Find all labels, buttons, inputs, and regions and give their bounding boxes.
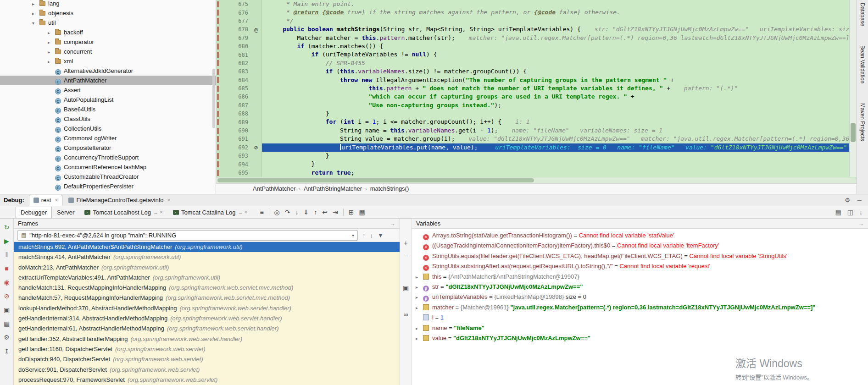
editor-line-682[interactable]: 682// SPR-8455 [216, 59, 849, 67]
editor-line-683[interactable]: 683if (this.variableNames.size() != matc… [216, 67, 849, 76]
line-number[interactable]: 687 [219, 102, 250, 109]
expand-chevron-icon[interactable]: ▸ [416, 282, 423, 292]
line-number[interactable]: 678 [219, 26, 250, 33]
tree-item-customizablethreadcreator[interactable]: CCustomizableThreadCreator [0, 172, 216, 182]
frame-row[interactable]: matchStrings:414, AntPathMatcher(org.spr… [14, 252, 400, 262]
code-editor[interactable]: 675* Main entry point.676* @return {@cod… [216, 0, 849, 177]
watch-row[interactable]: ×StringUtils.substringAfterLast(request.… [412, 261, 868, 271]
run-to-cursor-icon[interactable]: ⇥ [333, 209, 338, 216]
toolbar-tab-tomcat-catalina-log[interactable]: >_Tomcat Catalina Log→× [168, 207, 253, 218]
breadcrumb-item[interactable]: AntPathMatcher [253, 185, 295, 192]
expand-chevron-icon[interactable]: ▸ [416, 303, 423, 313]
chevron-right-icon[interactable]: ▸ [48, 28, 55, 38]
tree-item-xml[interactable]: ▸xml [0, 56, 216, 66]
tree-item-base64utils[interactable]: CBase64Utils [0, 104, 216, 114]
line-number[interactable]: 685 [219, 85, 250, 92]
tree-item-backoff[interactable]: ▸backoff [0, 28, 216, 37]
tree-item-antpathmatcher[interactable]: CAntPathMatcher [0, 76, 216, 85]
view-breakpoints-icon[interactable]: ◉ [4, 278, 9, 286]
line-number[interactable]: 692 [219, 144, 250, 151]
line-number[interactable]: 676 [219, 10, 250, 16]
step-over-icon[interactable]: ↷ [285, 209, 290, 216]
move-panel-icon[interactable]: → [858, 220, 864, 227]
editor-line-692[interactable]: 692⊘uriTemplateVariables.put(name, value… [216, 143, 849, 152]
tree-item-util[interactable]: ▾util [0, 18, 216, 28]
chevron-right-icon[interactable]: ▸ [32, 9, 39, 18]
tree-item-concurrentreferencehashmap[interactable]: CConcurrentReferenceHashMap [0, 162, 216, 172]
prev-frame-icon[interactable]: ↑ [362, 232, 366, 239]
line-number[interactable]: 689 [219, 119, 250, 126]
add-watch-icon[interactable]: + [404, 239, 407, 248]
chevron-right-icon[interactable]: ▸ [48, 57, 55, 66]
watch-row[interactable]: ×StringUtils.equals(fileHeader.get(FileC… [412, 251, 868, 261]
frame-row[interactable]: doMatch:213, AntPathMatcher(org.springfr… [14, 263, 400, 273]
chevron-right-icon[interactable]: ▸ [48, 47, 55, 57]
next-frame-icon[interactable]: ↓ [370, 232, 373, 239]
tree-item-collectionutils[interactable]: CCollectionUtils [0, 124, 216, 133]
hide-icon[interactable]: ─ [857, 197, 862, 204]
chevron-right-icon[interactable]: ▸ [48, 38, 55, 47]
step-out-icon[interactable]: ↑ [314, 209, 317, 216]
variable-row[interactable]: i = 1 [412, 313, 868, 323]
scroll-down-icon[interactable]: ↓ [859, 209, 862, 216]
chevron-down-icon[interactable]: ▾ [32, 18, 39, 28]
evaluate-expression-icon[interactable]: ⊞ [349, 209, 354, 216]
line-number[interactable]: 695 [219, 170, 250, 176]
pause-icon[interactable]: ‖ [6, 251, 8, 259]
thread-dropdown[interactable]: ▤ "http-nio-81-exec-4"@2,624 in group "m… [17, 230, 358, 241]
editor-line-684[interactable]: 684throw new IllegalArgumentException("T… [216, 76, 849, 84]
line-number[interactable]: 679 [219, 35, 250, 41]
editor-line-680[interactable]: 680if (matcher.matches()) { [216, 42, 849, 50]
frame-row[interactable]: getHandlerInternal:61, AbstractHandlerMe… [14, 324, 400, 334]
vscrollbar-thumb[interactable] [851, 123, 856, 142]
frame-row[interactable]: getHandler:1160, DispatcherServlet(org.s… [14, 344, 400, 354]
editor-line-676[interactable]: 676* @return {@code true} if the string … [216, 8, 849, 16]
filter-icon[interactable]: ▼ [378, 232, 384, 239]
editor-line-677[interactable]: 677*/ [216, 17, 849, 25]
expand-chevron-icon[interactable]: ▸ [416, 272, 423, 282]
stop-icon[interactable]: ■ [5, 264, 8, 273]
tree-item-defaultpropertiespersister[interactable]: CDefaultPropertiesPersister [0, 182, 216, 191]
expand-chevron-icon[interactable]: ▸ [416, 292, 423, 302]
editor-line-685[interactable]: 685this.pattern + " does not match the n… [216, 84, 849, 93]
tree-item-classutils[interactable]: CClassUtils [0, 114, 216, 124]
float-mode-icon[interactable]: ◫ [847, 209, 853, 216]
frame-row[interactable]: handleMatch:57, RequestMappingInfoHandle… [14, 293, 400, 303]
frame-row[interactable]: doService:901, DispatcherServlet(org.spr… [14, 365, 400, 375]
tool-stripe-maven-projects[interactable]: Maven Projects [859, 103, 866, 141]
toolbar-tab-server[interactable]: Server [52, 207, 79, 218]
force-step-into-icon[interactable]: ⇓ [304, 209, 309, 216]
frame-row[interactable]: doDispatch:940, DispatcherServlet(org.sp… [14, 354, 400, 364]
line-number[interactable]: 677 [219, 18, 250, 24]
chevron-right-icon[interactable]: ▸ [32, 0, 39, 9]
line-number[interactable]: 686 [219, 94, 250, 100]
editor-hscrollbar[interactable] [216, 177, 857, 183]
drop-frame-icon[interactable]: ↩ [322, 209, 328, 216]
line-number[interactable]: 681 [219, 52, 250, 58]
frame-row[interactable]: matchStrings:692, AntPathMatcher$AntPath… [14, 242, 400, 252]
editor-line-694[interactable]: 694} [216, 160, 849, 168]
copy-stack-icon[interactable]: ▣ [403, 284, 409, 292]
expand-chevron-icon[interactable]: ▸ [416, 324, 423, 333]
watch-row[interactable]: ×((UsageTrackingInternalConnectionItemFa… [412, 241, 868, 251]
project-tree-scrollbar[interactable] [212, 69, 215, 128]
show-execution-point-icon[interactable]: ◎ [274, 209, 280, 216]
tree-item-comparator[interactable]: ▸comparator [0, 37, 216, 47]
editor-line-695[interactable]: 695return true; [216, 169, 849, 177]
frame-row[interactable]: getHandler:352, AbstractHandlerMapping(o… [14, 334, 400, 344]
editor-line-689[interactable]: 689for (int i = 1; i <= matcher.groupCou… [216, 118, 849, 126]
editor-vscrollbar[interactable] [849, 0, 857, 177]
line-number[interactable]: 684 [219, 77, 250, 83]
variable-row[interactable]: ▸pstr = "dGltZ18xNTYyJTJGNjUwMjc0MzAzLmp… [412, 282, 868, 292]
toolbar-tab-tomcat-localhost-log[interactable]: >_Tomcat Localhost Log→× [79, 207, 167, 218]
close-icon[interactable]: × [167, 197, 171, 204]
step-into-icon[interactable]: ↓ [295, 209, 299, 216]
line-number[interactable]: 683 [219, 68, 250, 75]
tool-stripe-database[interactable]: Database [859, 3, 866, 26]
variable-row[interactable]: ▸puriTemplateVariables = {LinkedHashMap@… [412, 292, 868, 302]
variable-row[interactable]: ▸value = "dGltZ18xNTYyJTJGNjUwMjc0MzAzLm… [412, 333, 868, 343]
tree-item-objenesis[interactable]: ▸objenesis [0, 8, 216, 18]
resume-icon[interactable]: ▶ [4, 237, 9, 245]
watch-row[interactable]: ×Arrays.toString(statValue.getTransactio… [412, 231, 868, 241]
variable-row[interactable]: ▸this = {AntPathMatcher$AntPathStringMat… [412, 272, 868, 282]
